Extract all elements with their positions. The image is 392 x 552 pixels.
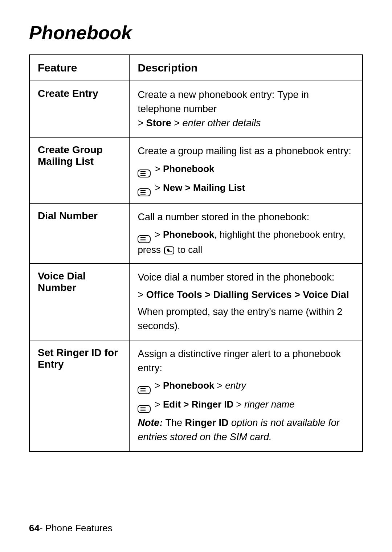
- menu-lines-icon: [140, 388, 146, 392]
- description-cell: Create a group mailing list as a phonebo…: [129, 137, 363, 203]
- feature-label: Create Entry: [38, 88, 98, 99]
- desc-text: Note: The Ringer ID option is not availa…: [138, 416, 354, 444]
- menu-icon: [138, 386, 151, 394]
- menu-lines-icon: [140, 407, 146, 411]
- feature-label: Voice Dial Number: [38, 270, 86, 293]
- phonebook-table: Feature Description Create Entry Create …: [29, 54, 363, 452]
- desc-text: Call a number stored in the phonebook:: [138, 212, 309, 222]
- desc-text: > Office Tools > Dialling Services > Voi…: [138, 288, 354, 302]
- menu-lines-icon: [140, 190, 146, 195]
- table-row: Dial Number Call a number stored in the …: [29, 203, 363, 264]
- feature-cell: Set Ringer ID forEntry: [29, 340, 129, 451]
- feature-cell: Create GroupMailing List: [29, 137, 129, 203]
- desc-text: Assign a distinctive ringer alert to a p…: [138, 348, 341, 373]
- desc-text: Create a new phonebook entry:: [138, 89, 274, 100]
- description-cell: Assign a distinctive ringer alert to a p…: [129, 340, 363, 451]
- menu-lines-icon: [140, 171, 146, 176]
- menu-icon: [138, 235, 151, 243]
- footer-label: - Phone Features: [40, 523, 113, 533]
- menu-icon: [138, 188, 151, 196]
- page-title: Phonebook: [29, 22, 363, 44]
- description-cell: Voice dial a number stored in the phoneb…: [129, 263, 363, 340]
- desc-text: > Phonebook, highlight the phonebook ent…: [138, 228, 354, 257]
- table-row: Set Ringer ID forEntry Assign a distinct…: [29, 340, 363, 451]
- desc-text: When prompted, say the entry’s name (wit…: [138, 305, 354, 333]
- page-container: Phonebook Feature Description Create Ent…: [0, 0, 392, 481]
- desc-text: Create a group mailing list as a phonebo…: [138, 146, 351, 156]
- desc-text: > New > Mailing List: [138, 181, 354, 196]
- header-description: Description: [129, 55, 363, 81]
- footer-page-number: 64: [29, 523, 40, 533]
- description-cell: Call a number stored in the phonebook: >…: [129, 203, 363, 264]
- menu-icon: [138, 405, 151, 413]
- feature-label: Dial Number: [38, 210, 98, 221]
- feature-cell: Voice Dial Number: [29, 263, 129, 340]
- footer: 64- Phone Features: [29, 523, 113, 534]
- menu-lines-icon: [140, 237, 146, 241]
- desc-text: Voice dial a number stored in the phoneb…: [138, 272, 334, 283]
- menu-icon: [138, 169, 151, 177]
- table-row: Create Entry Create a new phonebook entr…: [29, 81, 363, 137]
- desc-text: > Phonebook: [138, 162, 354, 177]
- desc-text: > Phonebook > entry: [138, 379, 354, 394]
- table-row: Create GroupMailing List Create a group …: [29, 137, 363, 203]
- header-feature: Feature: [29, 55, 129, 81]
- feature-cell: Create Entry: [29, 81, 129, 137]
- table-row: Voice Dial Number Voice dial a number st…: [29, 263, 363, 340]
- feature-label: Set Ringer ID forEntry: [38, 347, 118, 370]
- feature-cell: Dial Number: [29, 203, 129, 264]
- desc-text: > Edit > Ringer ID > ringer name: [138, 398, 354, 413]
- feature-label: Create GroupMailing List: [38, 144, 103, 167]
- call-icon: [164, 246, 174, 254]
- description-cell: Create a new phonebook entry: Type in te…: [129, 81, 363, 137]
